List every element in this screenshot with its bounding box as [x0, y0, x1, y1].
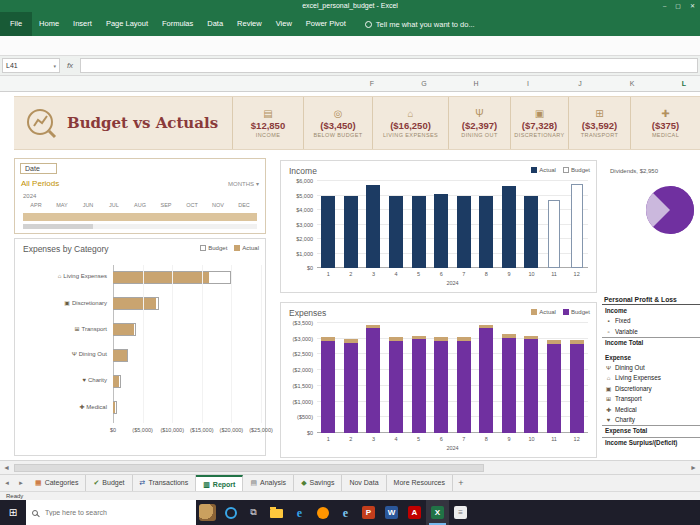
horizontal-scrollbar[interactable]: ◄ ►	[0, 460, 700, 474]
column-header-G[interactable]: G	[421, 76, 426, 92]
ribbon-tab-data[interactable]: Data	[200, 12, 230, 36]
taskbar-icon-dog-image[interactable]	[196, 500, 219, 525]
actual-bar	[113, 402, 115, 413]
column-header-I[interactable]: I	[527, 76, 529, 92]
tell-me-box[interactable]: Tell me what you want to do...	[365, 20, 475, 29]
category-row-medical: ✚Medical	[15, 395, 259, 421]
ribbon-tab-review[interactable]: Review	[230, 12, 269, 36]
slicer-selection-bar[interactable]	[23, 213, 257, 221]
scrollbar-thumb[interactable]	[14, 464, 484, 472]
new-sheet-button[interactable]: +	[453, 475, 469, 491]
slicer-month-nov[interactable]: NOV	[205, 202, 231, 208]
category-gridline	[143, 265, 144, 423]
taskbar-icon-acrobat[interactable]: A	[403, 500, 426, 525]
slicer-month-sep[interactable]: SEP	[153, 202, 179, 208]
ribbon-tab-formulas[interactable]: Formulas	[155, 12, 200, 36]
expenses-by-category-chart[interactable]: Expenses by Category Budget Actual ⌂Livi…	[14, 238, 266, 456]
scroll-right-icon[interactable]: ►	[690, 461, 697, 475]
slicer-scrollbar[interactable]	[23, 224, 257, 229]
scrollbar-track[interactable]	[14, 464, 686, 472]
income-donut-chart[interactable]: Dividends, $2,950	[602, 160, 700, 292]
actual-bar	[366, 185, 380, 268]
powerpoint-icon: P	[362, 506, 375, 519]
y-tick-label: $1,000	[281, 251, 313, 257]
tab-nav-right-icon[interactable]: ►	[14, 475, 28, 491]
ribbon-tab-file[interactable]: File	[0, 12, 32, 36]
category-icon: Ψ	[72, 351, 77, 357]
column-header-K[interactable]: K	[630, 76, 635, 92]
taskbar-icon-excel[interactable]: X	[426, 500, 449, 525]
taskbar-icon-internet-explorer[interactable]: e	[334, 500, 357, 525]
maximize-button[interactable]: ▢	[675, 0, 681, 12]
income-chart[interactable]: Income Actual Budget $6,000$5,000$4,000$…	[280, 160, 597, 293]
banner-left: Budget vs Actuals	[14, 97, 232, 149]
category-icon: ⌂	[58, 273, 62, 279]
sheet-tab-transactions[interactable]: ⇄Transactions	[133, 475, 197, 491]
legend-label: Budget	[571, 167, 590, 173]
slicer-month-apr[interactable]: APR	[23, 202, 49, 208]
sheet-tab-categories[interactable]: ▦Categories	[28, 475, 86, 491]
taskbar-search[interactable]	[26, 500, 196, 525]
sheet-tab-nov-data[interactable]: Nov Data	[342, 475, 386, 491]
close-button[interactable]: ✕	[690, 0, 695, 12]
taskbar-icon-firefox[interactable]	[311, 500, 334, 525]
sheet-tab-savings[interactable]: ◆Savings	[294, 475, 342, 491]
sheet-tab-report[interactable]: ▥Report	[196, 475, 243, 491]
slicer-month-jul[interactable]: JUL	[101, 202, 127, 208]
expenses-chart[interactable]: Expenses Actual Budget ($3,500)($3,000)(…	[280, 302, 597, 458]
taskbar-icon-file-explorer[interactable]	[265, 500, 288, 525]
ribbon-tab-page-layout[interactable]: Page Layout	[99, 12, 155, 36]
sheet-tab-more-resources[interactable]: More Resources	[387, 475, 453, 491]
taskbar-icon-notepad[interactable]: ≡	[449, 500, 472, 525]
ribbon-tab-home[interactable]: Home	[32, 12, 66, 36]
slicer-title[interactable]: Date	[20, 163, 57, 174]
taskbar-icon-task-view[interactable]: ⧉	[242, 500, 265, 525]
slicer-month-jun[interactable]: JUN	[75, 202, 101, 208]
category-icon: ▣	[64, 300, 70, 306]
expenses-bar-month-5	[407, 336, 430, 433]
date-slicer[interactable]: Date All Periods MONTHS ▾ 2024 APRMAYJUN…	[14, 158, 266, 234]
chevron-down-icon[interactable]: ▾	[53, 63, 56, 69]
ribbon-tab-insert[interactable]: Insert	[66, 12, 99, 36]
column-header-J[interactable]: J	[578, 76, 582, 92]
search-input[interactable]	[43, 508, 193, 517]
sheet-tab-label: More Resources	[394, 475, 445, 491]
slicer-month-dec[interactable]: DEC	[231, 202, 257, 208]
slicer-scrollbar-thumb[interactable]	[23, 224, 93, 229]
tab-nav-left-icon[interactable]: ◄	[0, 475, 14, 491]
pnl-label: Income Surplus/(Deficit)	[605, 438, 677, 448]
column-header-L[interactable]: L	[682, 76, 686, 92]
ribbon-tab-power-pivot[interactable]: Power Pivot	[299, 12, 353, 36]
income-x-labels: 123456789101112	[317, 271, 588, 277]
cortana-icon	[225, 507, 237, 519]
sheet-tab-analysis[interactable]: ▤Analysis	[243, 475, 294, 491]
taskbar-icon-edge[interactable]: e	[288, 500, 311, 525]
minimize-button[interactable]: –	[663, 0, 666, 12]
file-explorer-icon	[270, 509, 283, 518]
expenses-bar-month-10	[520, 336, 543, 433]
taskbar-icon-powerpoint[interactable]: P	[357, 500, 380, 525]
name-box[interactable]: L41 ▾	[2, 58, 60, 73]
slicer-months-row: APRMAYJUNJULAUGSEPOCTNOVDEC	[23, 202, 257, 208]
category-icon: ✚	[79, 404, 84, 410]
column-header-H[interactable]: H	[473, 76, 478, 92]
scroll-left-icon[interactable]: ◄	[3, 461, 10, 475]
x-tick-label: ($25,000)	[249, 427, 273, 433]
dining-icon: Ψ	[475, 108, 483, 119]
category-name: Transport	[82, 326, 107, 332]
slicer-month-aug[interactable]: AUG	[127, 202, 153, 208]
start-button[interactable]: ⊞	[0, 507, 26, 518]
taskbar-icon-cortana[interactable]	[219, 500, 242, 525]
slicer-granularity-dropdown[interactable]: MONTHS ▾	[228, 179, 259, 188]
slicer-month-may[interactable]: MAY	[49, 202, 75, 208]
pnl-label: Income	[605, 306, 627, 316]
ribbon-tab-view[interactable]: View	[269, 12, 299, 36]
insert-function-button[interactable]: fx	[60, 61, 80, 70]
dashboard-title: Budget vs Actuals	[67, 114, 218, 132]
column-header-F[interactable]: F	[370, 76, 374, 92]
sheet-tab-budget[interactable]: ✔Budget	[86, 475, 132, 491]
taskbar-icon-word[interactable]: W	[380, 500, 403, 525]
formula-input[interactable]	[80, 58, 698, 73]
category-name: Charity	[88, 377, 107, 383]
slicer-month-oct[interactable]: OCT	[179, 202, 205, 208]
